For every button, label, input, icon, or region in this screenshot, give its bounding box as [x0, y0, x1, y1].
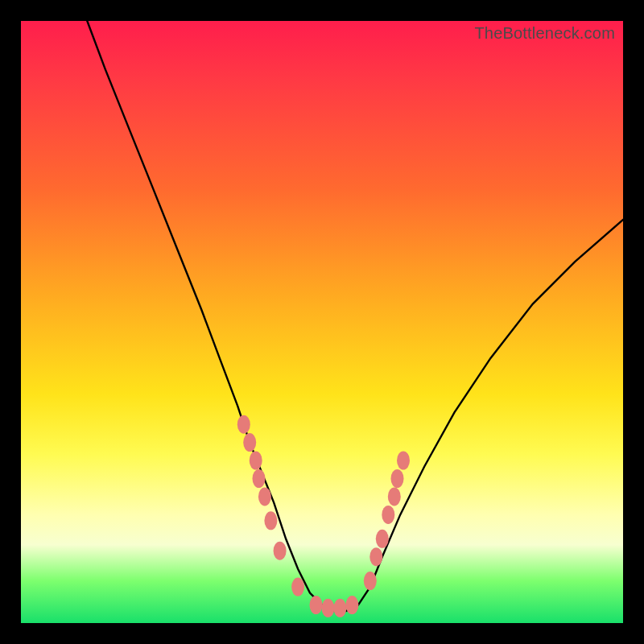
curve-layer	[21, 21, 623, 623]
plot-area: TheBottleneck.com	[21, 21, 623, 623]
marker-group	[237, 415, 410, 617]
marker-dot	[391, 469, 404, 488]
marker-dot	[364, 572, 377, 590]
marker-dot	[253, 469, 266, 488]
marker-dot	[388, 487, 401, 506]
marker-dot	[237, 415, 250, 434]
bottleneck-curve	[87, 21, 623, 611]
marker-dot	[258, 487, 271, 506]
marker-dot	[243, 433, 256, 452]
marker-dot	[322, 599, 335, 617]
marker-dot	[397, 452, 410, 470]
marker-dot	[376, 530, 389, 548]
marker-dot	[291, 578, 304, 597]
outer-frame: TheBottleneck.com	[0, 0, 644, 644]
marker-dot	[264, 511, 277, 530]
marker-dot	[382, 506, 394, 524]
marker-dot	[250, 452, 262, 470]
marker-dot	[310, 596, 323, 614]
marker-dot	[333, 599, 346, 617]
marker-dot	[274, 542, 287, 560]
marker-dot	[345, 596, 358, 614]
marker-dot	[369, 547, 382, 566]
